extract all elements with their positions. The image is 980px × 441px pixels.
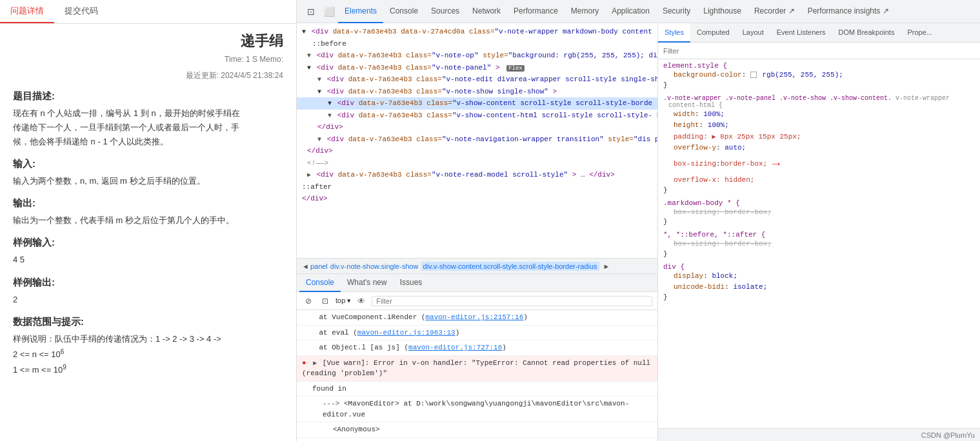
- tab-properties[interactable]: Prope...: [901, 23, 939, 43]
- link-mavon-727[interactable]: mavon-editor.js:727:16: [408, 344, 502, 351]
- styles-filter: [658, 43, 980, 59]
- style-selector: .markdown-body * {: [663, 199, 740, 207]
- dom-tag: </div>: [302, 195, 328, 202]
- breadcrumb-item-scroll-style[interactable]: div.v-show-content.scroll-style.scroll-s…: [421, 262, 599, 271]
- tab-recorder[interactable]: Recorder ↗: [748, 0, 801, 23]
- expand-arrow[interactable]: ▼: [317, 88, 321, 95]
- error-text: [Vue warn]: Error in v-on handler: "Type…: [302, 359, 650, 378]
- dom-line[interactable]: ▼ <div data-v-7a63e4b3 class="v-note-edi…: [297, 74, 657, 86]
- prop-val: block;: [712, 272, 737, 280]
- tab-console[interactable]: Console: [383, 0, 425, 23]
- tab-sources[interactable]: Sources: [425, 0, 466, 23]
- top-select[interactable]: top ▾: [335, 297, 351, 305]
- tab-elements[interactable]: Elements: [338, 0, 383, 23]
- dom-tag: <div: [337, 112, 354, 119]
- expand-arrow[interactable]: ▼: [328, 100, 332, 107]
- dom-line[interactable]: ▼ <div data-v-7a63e4b3 class="v-note-nav…: [297, 133, 657, 146]
- dom-tag: <div: [327, 88, 344, 95]
- dom-line[interactable]: ▼ <div data-v-7a63e4b3 class="v-note-sho…: [297, 86, 657, 98]
- color-swatch[interactable]: [750, 72, 757, 78]
- section-content-sample-input: 4 5: [13, 253, 283, 267]
- breadcrumb-item-panel[interactable]: panel: [310, 262, 328, 270]
- inspect-icon[interactable]: ⊡: [302, 3, 320, 21]
- dom-attr: data-v-7a63e4b3: [359, 112, 423, 119]
- dom-line[interactable]: ::after: [297, 181, 657, 193]
- link-mavon-2157[interactable]: mavon-editor.js:2157:16: [425, 313, 523, 321]
- expand-arrow[interactable]: ▼: [328, 112, 332, 119]
- dom-line[interactable]: ::before: [297, 38, 657, 50]
- prop-val: 100%;: [708, 121, 729, 129]
- expand-arrow[interactable]: ▶: [307, 172, 311, 179]
- expand-arrow[interactable]: ▼: [302, 28, 306, 35]
- link-mavon-1963[interactable]: mavon-editor.js:1963:13: [357, 329, 455, 337]
- breadcrumb-arrow-right[interactable]: ►: [603, 262, 610, 270]
- dom-attr: data-v-7a63e4b3: [348, 135, 412, 143]
- tab-problem-detail[interactable]: 问题详情: [0, 0, 54, 23]
- dom-line[interactable]: </div>: [297, 121, 657, 133]
- tab-performance[interactable]: Performance: [507, 0, 565, 23]
- expand-arrow[interactable]: ▼: [307, 64, 311, 72]
- dom-line[interactable]: <!——>: [297, 157, 657, 170]
- problem-meta-date: 最近更新: 2024/4/5 21:38:24: [13, 70, 283, 81]
- tab-dom-breakpoints[interactable]: DOM Breakpoints: [832, 23, 901, 43]
- tab-whats-new[interactable]: What's new: [341, 274, 394, 292]
- hint-sup3: 9: [63, 364, 66, 371]
- dom-line[interactable]: ▶ <div data-v-7a63e4b3 class="v-note-rea…: [297, 169, 657, 181]
- dom-content[interactable]: ▼ <div data-v-7a63e4b3 data-v-27a4cd0a c…: [297, 23, 657, 258]
- expand-arrow[interactable]: ▶: [313, 360, 317, 367]
- dom-line[interactable]: </div>: [297, 145, 657, 157]
- section-title-data-range: 数据范围与提示:: [13, 316, 283, 328]
- prop-name: overflow-x: [674, 176, 716, 184]
- tab-security[interactable]: Security: [656, 0, 697, 23]
- dom-line[interactable]: ▼ <div data-v-7a63e4b3 class="v-note-pan…: [297, 62, 657, 74]
- expand-arrow[interactable]: ▼: [307, 52, 311, 59]
- dom-line[interactable]: </div>: [297, 193, 657, 205]
- hint-content1: 样例说明：队伍中手绢的传递情况为：1 -> 2 -> 3 -> 4 ->: [13, 334, 221, 344]
- styles-filter-input[interactable]: [663, 47, 975, 55]
- dom-attr-val: "v-note-navigation-wrapper transition": [442, 135, 604, 143]
- tab-layout[interactable]: Layout: [736, 23, 770, 43]
- dom-line[interactable]: ▼ <div data-v-7a63e4b3 class="v-note-op"…: [297, 50, 657, 62]
- device-icon[interactable]: ⬜: [320, 3, 338, 21]
- expand-arrow[interactable]: ▼: [317, 136, 321, 143]
- eye-btn[interactable]: 👁: [355, 295, 368, 308]
- tab-lighthouse[interactable]: Lighthouse: [697, 0, 748, 23]
- dom-attr-class: class=: [426, 99, 452, 107]
- dom-attr: data-v-7a63e4b3: [338, 64, 402, 72]
- dom-tag: <div: [327, 75, 344, 83]
- breadcrumb-arrow-left[interactable]: ◄: [302, 262, 309, 270]
- style-brace: }: [663, 186, 668, 194]
- dom-line[interactable]: ▼ <div data-v-7a63e4b3 class="v-show-con…: [297, 110, 657, 122]
- tab-perf-insights[interactable]: Performance insights ↗: [801, 0, 895, 23]
- tab-styles[interactable]: Styles: [658, 23, 690, 43]
- dom-attr: data-v-7a63e4b3: [338, 171, 402, 179]
- style-brace: }: [663, 81, 668, 89]
- console-content: at VueComponent.iRender (mavon-editor.js…: [297, 310, 657, 441]
- dom-attr-val: "v-note-wrapper markdown-body content -s…: [495, 28, 658, 35]
- tab-event-listeners[interactable]: Event Listeners: [770, 23, 832, 43]
- dom-attr-class: class=: [416, 75, 442, 83]
- dom-attr-class: class=: [406, 52, 432, 59]
- section-content-output: 输出为一个整数，代表手绢 m 秒之后位于第几个人的手中。: [13, 213, 283, 228]
- tab-issues[interactable]: Issues: [394, 274, 429, 292]
- tab-memory[interactable]: Memory: [565, 0, 605, 23]
- clear-console-btn[interactable]: ⊘: [302, 295, 315, 308]
- prop-val: 8px 25px 15px 25px;: [720, 133, 801, 141]
- tab-submit-code[interactable]: 提交代码: [54, 0, 108, 23]
- prop-name: unicode-bidi: [674, 283, 725, 291]
- left-tabs: 问题详情 提交代码: [0, 0, 296, 24]
- console-entry-error1: ● ▶ [Vue warn]: Error in v-on handler: "…: [297, 356, 657, 382]
- dom-line-selected[interactable]: ▼ <div data-v-7a63e4b3 class="v-show-con…: [297, 97, 657, 110]
- console-filter-input[interactable]: [372, 296, 652, 306]
- tab-application[interactable]: Application: [605, 0, 656, 23]
- settings-btn[interactable]: ⊡: [319, 295, 332, 308]
- dom-line[interactable]: ▼ <div data-v-7a63e4b3 data-v-27a4cd0a c…: [297, 26, 657, 38]
- breadcrumb-item-single-show[interactable]: div.v-note-show.single-show: [330, 262, 419, 270]
- expand-arrow[interactable]: ▼: [317, 76, 321, 83]
- left-content: 递手绢 Time: 1 S Memo: 最近更新: 2024/4/5 21:38…: [0, 24, 296, 441]
- tab-console-bottom[interactable]: Console: [299, 274, 341, 292]
- tab-network[interactable]: Network: [466, 0, 507, 23]
- style-rule-star: *, *::before, *::after { box-sizing: bor…: [663, 231, 975, 258]
- tab-computed[interactable]: Computed: [690, 23, 736, 43]
- prop-val: border-box;: [725, 208, 772, 216]
